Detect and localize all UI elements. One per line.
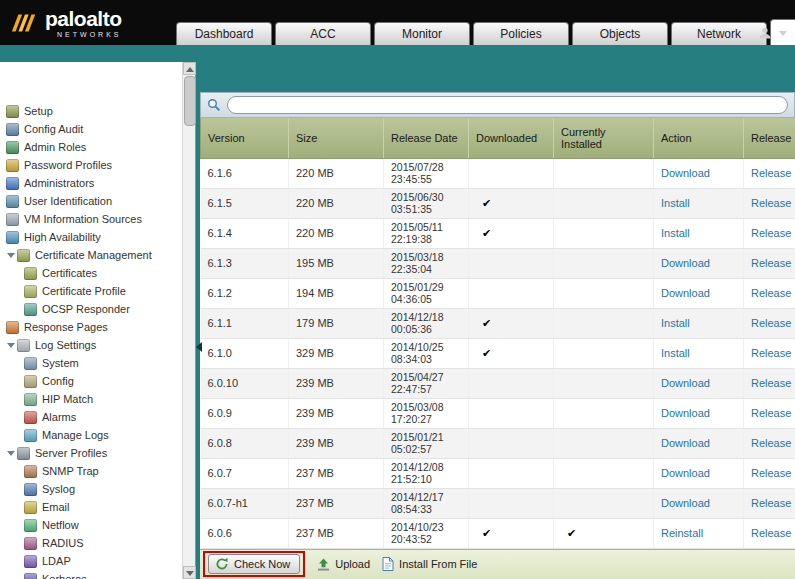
release-notes-link[interactable]: Release bbox=[751, 287, 791, 299]
sidebar-item-syslog[interactable]: Syslog bbox=[0, 480, 181, 498]
release-time: 03:51:35 bbox=[391, 203, 461, 215]
sidebar-item-server-profiles[interactable]: Server Profiles bbox=[0, 444, 181, 462]
sidebar-item-manage-logs[interactable]: Manage Logs bbox=[0, 426, 181, 444]
sidebar-item-netflow[interactable]: Netflow bbox=[0, 516, 181, 534]
action-link-download[interactable]: Download bbox=[661, 287, 710, 299]
sidebar-item-config-audit[interactable]: Config Audit bbox=[0, 120, 181, 138]
action-link-download[interactable]: Download bbox=[661, 467, 710, 479]
tab-policies[interactable]: Policies bbox=[473, 22, 569, 45]
tab-objects[interactable]: Objects bbox=[572, 22, 668, 45]
sidebar-item-certificate-management[interactable]: Certificate Management bbox=[0, 246, 181, 264]
chevron-down-icon[interactable] bbox=[779, 31, 787, 36]
sidebar-item-system[interactable]: System bbox=[0, 354, 181, 372]
action-link-install[interactable]: Install bbox=[661, 317, 690, 329]
action-link-download[interactable]: Download bbox=[661, 437, 710, 449]
user-icon[interactable] bbox=[758, 26, 772, 40]
release-date: 2015/03/18 bbox=[391, 251, 461, 263]
manage-logs-icon bbox=[24, 429, 37, 442]
sidebar-item-certificate-profile[interactable]: Certificate Profile bbox=[0, 282, 181, 300]
tab-dashboard[interactable]: Dashboard bbox=[176, 22, 272, 45]
sidebar-item-label: Certificate Profile bbox=[42, 285, 126, 297]
filter-input[interactable] bbox=[227, 96, 788, 114]
release-time: 08:54:33 bbox=[391, 503, 461, 515]
column-header-release-notes[interactable]: Release bbox=[744, 118, 795, 158]
sidebar-item-radius[interactable]: RADIUS bbox=[0, 534, 181, 552]
column-header-action[interactable]: Action bbox=[654, 118, 744, 158]
tab-acc[interactable]: ACC bbox=[275, 22, 371, 45]
config-audit-icon bbox=[6, 123, 19, 136]
upload-button[interactable]: Upload bbox=[317, 558, 370, 571]
version-cell: 6.1.6 bbox=[201, 158, 289, 188]
sidebar-item-user-identification[interactable]: User Identification bbox=[0, 192, 181, 210]
action-cell: Download bbox=[654, 488, 744, 518]
release-notes-link[interactable]: Release bbox=[751, 437, 791, 449]
action-link-install[interactable]: Install bbox=[661, 197, 690, 209]
release-notes-link[interactable]: Release bbox=[751, 497, 791, 509]
column-header-downloaded[interactable]: Downloaded bbox=[469, 118, 554, 158]
brand-logo: paloalto NETWORKS bbox=[0, 0, 172, 45]
release-notes-link[interactable]: Release bbox=[751, 317, 791, 329]
tab-network[interactable]: Network bbox=[671, 22, 767, 45]
sidebar-item-admin-roles[interactable]: Admin Roles bbox=[0, 138, 181, 156]
column-header-currently-installed[interactable]: Currently Installed bbox=[554, 118, 654, 158]
action-link-download[interactable]: Download bbox=[661, 377, 710, 389]
release-notes-link[interactable]: Release bbox=[751, 197, 791, 209]
sidebar-item-label: User Identification bbox=[24, 195, 112, 207]
tree-collapse-icon[interactable] bbox=[6, 339, 17, 351]
search-icon[interactable] bbox=[207, 98, 221, 112]
release-notes-link[interactable]: Release bbox=[751, 167, 791, 179]
sidebar-item-snmp-trap[interactable]: SNMP Trap bbox=[0, 462, 181, 480]
sidebar-item-password-profiles[interactable]: Password Profiles bbox=[0, 156, 181, 174]
scroll-up-arrow-icon[interactable] bbox=[183, 62, 196, 75]
sidebar-item-administrators[interactable]: Administrators bbox=[0, 174, 181, 192]
release-notes-link[interactable]: Release bbox=[751, 467, 791, 479]
sidebar-item-hip-match[interactable]: HIP Match bbox=[0, 390, 181, 408]
collapse-sidebar-arrow-icon[interactable] bbox=[196, 342, 202, 352]
release-notes-link[interactable]: Release bbox=[751, 227, 791, 239]
sidebar-item-kerberos[interactable]: Kerberos bbox=[0, 570, 181, 579]
sidebar-item-config[interactable]: Config bbox=[0, 372, 181, 390]
release-date: 2014/12/08 bbox=[391, 461, 461, 473]
action-link-install[interactable]: Install bbox=[661, 347, 690, 359]
sidebar-item-label: Admin Roles bbox=[24, 141, 86, 153]
tree-collapse-icon[interactable] bbox=[6, 447, 17, 459]
sidebar-item-vm-information-sources[interactable]: VM Information Sources bbox=[0, 210, 181, 228]
sidebar-item-setup[interactable]: Setup bbox=[0, 102, 181, 120]
action-link-download[interactable]: Download bbox=[661, 167, 710, 179]
sidebar-item-high-availability[interactable]: High Availability bbox=[0, 228, 181, 246]
column-header-release-date[interactable]: Release Date bbox=[384, 118, 469, 158]
release-notes-link[interactable]: Release bbox=[751, 257, 791, 269]
sidebar-item-label: SNMP Trap bbox=[42, 465, 99, 477]
tree-collapse-icon[interactable] bbox=[6, 249, 17, 261]
sidebar-scrollbar[interactable] bbox=[182, 62, 195, 579]
release-time: 22:35:04 bbox=[391, 263, 461, 275]
sidebar-item-log-settings[interactable]: Log Settings bbox=[0, 336, 181, 354]
paloalto-logo-icon bbox=[10, 10, 38, 36]
scroll-down-arrow-icon[interactable] bbox=[183, 566, 196, 579]
column-header-size[interactable]: Size bbox=[289, 118, 384, 158]
sidebar-item-certificates[interactable]: Certificates bbox=[0, 264, 181, 282]
action-link-install[interactable]: Install bbox=[661, 227, 690, 239]
action-link-download[interactable]: Download bbox=[661, 257, 710, 269]
sidebar-item-alarms[interactable]: Alarms bbox=[0, 408, 181, 426]
release-time: 22:47:57 bbox=[391, 383, 461, 395]
scrollbar-thumb[interactable] bbox=[184, 76, 196, 126]
action-link-download[interactable]: Download bbox=[661, 497, 710, 509]
action-link-download[interactable]: Download bbox=[661, 407, 710, 419]
sidebar-item-email[interactable]: Email bbox=[0, 498, 181, 516]
release-notes-link[interactable]: Release bbox=[751, 377, 791, 389]
release-notes-link[interactable]: Release bbox=[751, 407, 791, 419]
action-link-reinstall[interactable]: Reinstall bbox=[661, 527, 703, 539]
install-from-file-button[interactable]: Install From File bbox=[382, 557, 477, 571]
syslog-icon bbox=[24, 483, 37, 496]
size-cell: 239 MB bbox=[289, 368, 384, 398]
sidebar-item-ldap[interactable]: LDAP bbox=[0, 552, 181, 570]
sidebar-item-ocsp-responder[interactable]: OCSP Responder bbox=[0, 300, 181, 318]
tab-monitor[interactable]: Monitor bbox=[374, 22, 470, 45]
release-notes-link[interactable]: Release bbox=[751, 527, 791, 539]
action-cell: Download bbox=[654, 428, 744, 458]
release-notes-link[interactable]: Release bbox=[751, 347, 791, 359]
check-now-button[interactable]: Check Now bbox=[208, 554, 300, 574]
column-header-version[interactable]: Version bbox=[201, 118, 289, 158]
sidebar-item-response-pages[interactable]: Response Pages bbox=[0, 318, 181, 336]
